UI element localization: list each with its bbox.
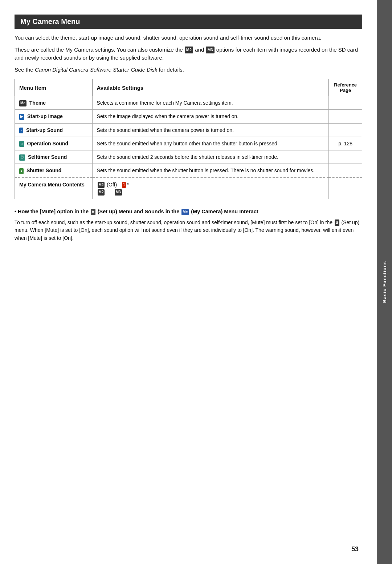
setting-operation-sound: Sets the sound emitted when any button o… — [92, 137, 329, 150]
contents-icon-m3: M3 — [115, 189, 122, 196]
contents-icon-1: 1 — [122, 182, 126, 188]
page-title: My Camera Menu — [15, 15, 362, 29]
icon-my2: M2 — [185, 47, 193, 53]
table-row-selftimer-sound: ⏱ Selftimer Sound Sets the sound emitted… — [15, 150, 362, 164]
main-content: My Camera Menu You can select the theme,… — [0, 0, 377, 564]
bullet-body: To turn off each sound, such as the star… — [15, 219, 362, 242]
settings-table: Menu Item Available Settings ReferencePa… — [15, 79, 362, 199]
setting-theme: Selects a common theme for each My Camer… — [92, 96, 329, 110]
page-wrapper: My Camera Menu You can select the theme,… — [0, 0, 392, 564]
startup-sound-icon: ♪ — [19, 128, 23, 134]
mycam-icon-bullet: Mc — [181, 209, 189, 215]
menu-item-operation-sound: ♫ Operation Sound — [15, 137, 93, 150]
ref-selftimer-sound — [329, 150, 362, 164]
ref-startup-image — [329, 110, 362, 123]
menu-item-selftimer-sound: ⏱ Selftimer Sound — [15, 150, 93, 164]
col-header-reference: ReferencePage — [329, 79, 362, 96]
table-row-theme: Mc Theme Selects a common theme for each… — [15, 96, 362, 110]
contents-icon-m2: M2 — [98, 189, 105, 196]
menu-item-theme: Mc Theme — [15, 96, 93, 110]
table-row-operation-sound: ♫ Operation Sound Sets the sound emitted… — [15, 137, 362, 150]
ref-contents — [329, 178, 362, 199]
menu-item-startup-image: ▶ Start-up Image — [15, 110, 93, 123]
shutter-sound-icon: ● — [19, 168, 24, 174]
ref-startup-sound — [329, 123, 362, 137]
setting-selftimer-sound: Sets the sound emitted 2 seconds before … — [92, 150, 329, 164]
table-row-shutter-sound: ● Shutter Sound Sets the sound emitted w… — [15, 164, 362, 178]
contents-icon-off: M2 — [98, 182, 105, 188]
setting-contents: M2 (Off) 1* M2 M3 — [92, 178, 329, 199]
operation-sound-icon: ♫ — [19, 141, 24, 147]
theme-icon: Mc — [19, 100, 26, 106]
table-row-contents: My Camera Menu Contents M2 (Off) 1* M2 M… — [15, 178, 362, 199]
icon-my3: M3 — [206, 47, 214, 53]
page-number: 53 — [351, 545, 359, 553]
col-header-menu-item: Menu Item — [15, 79, 93, 96]
col-header-available-settings: Available Settings — [92, 79, 329, 96]
setting-shutter-sound: Sets the sound emitted when the shutter … — [92, 164, 329, 178]
bullet-section: • How the [Mute] option in the tt (Set u… — [15, 208, 362, 242]
setup-icon-body: tt — [335, 219, 339, 226]
menu-item-contents: My Camera Menu Contents — [15, 178, 93, 199]
side-tab-circle — [388, 22, 392, 36]
ref-shutter-sound — [329, 164, 362, 178]
intro-paragraph-2: These are called the My Camera settings.… — [15, 46, 362, 62]
intro-paragraph-3: See the Canon Digital Camera Software St… — [15, 66, 362, 74]
setting-startup-image: Sets the image displayed when the camera… — [92, 110, 329, 123]
table-row-startup-sound: ♪ Start-up Sound Sets the sound emitted … — [15, 123, 362, 137]
side-tab: Basic Functions — [377, 0, 392, 564]
selftimer-sound-icon: ⏱ — [19, 154, 25, 161]
setup-icon-bullet: tt — [91, 209, 95, 215]
menu-item-shutter-sound: ● Shutter Sound — [15, 164, 93, 178]
setting-startup-sound: Sets the sound emitted when the camera p… — [92, 123, 329, 137]
startup-image-icon: ▶ — [19, 114, 24, 120]
bullet-header: • How the [Mute] option in the tt (Set u… — [15, 208, 362, 216]
intro-paragraph-1: You can select the theme, start-up image… — [15, 34, 362, 42]
menu-item-startup-sound: ♪ Start-up Sound — [15, 123, 93, 137]
table-row-startup-image: ▶ Start-up Image Sets the image displaye… — [15, 110, 362, 123]
side-tab-label: Basic Functions — [382, 261, 387, 303]
ref-theme — [329, 96, 362, 110]
ref-operation-sound: p. 128 — [329, 137, 362, 150]
